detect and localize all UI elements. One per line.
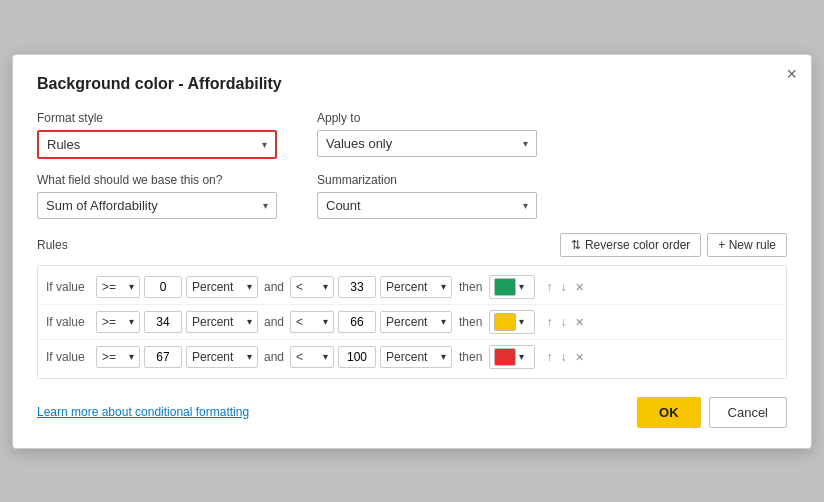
arrow-up-1[interactable]: ↑ [543, 313, 555, 331]
arrow-down-0[interactable]: ↓ [557, 278, 569, 296]
op1-chevron-2: ▾ [129, 351, 134, 362]
apply-to-value: Values only [326, 136, 392, 151]
op1-chevron-0: ▾ [129, 281, 134, 292]
type1-select-2[interactable]: Percent ▾ [186, 346, 258, 368]
type1-value-0: Percent [192, 280, 233, 294]
table-row: If value >= ▾ Percent ▾ and < ▾ Percent … [38, 305, 786, 340]
op2-chevron-1: ▾ [323, 316, 328, 327]
summarization-value: Count [326, 198, 361, 213]
footer-buttons: OK Cancel [637, 397, 787, 428]
type1-chevron-2: ▾ [247, 351, 252, 362]
type2-select-1[interactable]: Percent ▾ [380, 311, 452, 333]
op2-value-2: < [296, 350, 303, 364]
arrow-down-2[interactable]: ↓ [557, 348, 569, 366]
rule-arrows-1: ↑ ↓ × [543, 313, 587, 331]
type2-value-0: Percent [386, 280, 427, 294]
format-style-value: Rules [47, 137, 80, 152]
field-select[interactable]: Sum of Affordability ▾ [37, 192, 277, 219]
cancel-button[interactable]: Cancel [709, 397, 787, 428]
type2-chevron-2: ▾ [441, 351, 446, 362]
dialog-footer: Learn more about conditional formatting … [37, 397, 787, 428]
color-chevron-2: ▾ [519, 351, 524, 362]
val2-input-0[interactable] [338, 276, 376, 298]
color-chevron-0: ▾ [519, 281, 524, 292]
arrow-up-2[interactable]: ↑ [543, 348, 555, 366]
type2-value-2: Percent [386, 350, 427, 364]
rules-table: If value >= ▾ Percent ▾ and < ▾ Percent … [37, 265, 787, 379]
format-style-label: Format style [37, 111, 277, 125]
type1-value-1: Percent [192, 315, 233, 329]
val1-input-2[interactable] [144, 346, 182, 368]
op1-select-0[interactable]: >= ▾ [96, 276, 140, 298]
type1-value-2: Percent [192, 350, 233, 364]
apply-to-select[interactable]: Values only ▾ [317, 130, 537, 157]
val1-input-0[interactable] [144, 276, 182, 298]
format-style-select[interactable]: Rules ▾ [37, 130, 277, 159]
op2-select-1[interactable]: < ▾ [290, 311, 334, 333]
val1-input-1[interactable] [144, 311, 182, 333]
delete-rule-1[interactable]: × [571, 313, 587, 331]
dialog-title: Background color - Affordability [37, 75, 787, 93]
type1-chevron-0: ▾ [247, 281, 252, 292]
field-value: Sum of Affordability [46, 198, 158, 213]
type2-value-1: Percent [386, 315, 427, 329]
op2-select-0[interactable]: < ▾ [290, 276, 334, 298]
color-chevron-1: ▾ [519, 316, 524, 327]
op2-value-0: < [296, 280, 303, 294]
type1-chevron-1: ▾ [247, 316, 252, 327]
rules-actions: ⇅ Reverse color order + New rule [560, 233, 787, 257]
apply-to-label: Apply to [317, 111, 537, 125]
if-label-2: If value [46, 350, 92, 364]
rule-arrows-2: ↑ ↓ × [543, 348, 587, 366]
reverse-color-order-label: Reverse color order [585, 238, 690, 252]
arrow-up-0[interactable]: ↑ [543, 278, 555, 296]
and-label-2: and [264, 350, 284, 364]
new-rule-label: + New rule [718, 238, 776, 252]
delete-rule-0[interactable]: × [571, 278, 587, 296]
delete-rule-2[interactable]: × [571, 348, 587, 366]
if-label-0: If value [46, 280, 92, 294]
field-chevron: ▾ [263, 200, 268, 211]
type2-select-2[interactable]: Percent ▾ [380, 346, 452, 368]
summarization-label: Summarization [317, 173, 537, 187]
op1-select-1[interactable]: >= ▾ [96, 311, 140, 333]
color-select-2[interactable]: ▾ [489, 345, 535, 369]
if-label-1: If value [46, 315, 92, 329]
field-label: What field should we base this on? [37, 173, 277, 187]
type2-chevron-0: ▾ [441, 281, 446, 292]
format-style-chevron: ▾ [262, 139, 267, 150]
type1-select-0[interactable]: Percent ▾ [186, 276, 258, 298]
op1-value-2: >= [102, 350, 116, 364]
op1-select-2[interactable]: >= ▾ [96, 346, 140, 368]
apply-to-chevron: ▾ [523, 138, 528, 149]
summarization-select[interactable]: Count ▾ [317, 192, 537, 219]
type2-chevron-1: ▾ [441, 316, 446, 327]
reverse-color-order-button[interactable]: ⇅ Reverse color order [560, 233, 701, 257]
new-rule-button[interactable]: + New rule [707, 233, 787, 257]
color-swatch-0 [494, 278, 516, 296]
then-label-1: then [459, 315, 482, 329]
op2-select-2[interactable]: < ▾ [290, 346, 334, 368]
learn-more-link[interactable]: Learn more about conditional formatting [37, 405, 249, 419]
reverse-icon: ⇅ [571, 238, 581, 252]
ok-button[interactable]: OK [637, 397, 701, 428]
val2-input-1[interactable] [338, 311, 376, 333]
type1-select-1[interactable]: Percent ▾ [186, 311, 258, 333]
then-label-2: then [459, 350, 482, 364]
color-select-0[interactable]: ▾ [489, 275, 535, 299]
val2-input-2[interactable] [338, 346, 376, 368]
then-label-0: then [459, 280, 482, 294]
op1-value-0: >= [102, 280, 116, 294]
op1-chevron-1: ▾ [129, 316, 134, 327]
arrow-down-1[interactable]: ↓ [557, 313, 569, 331]
op2-chevron-2: ▾ [323, 351, 328, 362]
close-button[interactable]: × [786, 65, 797, 83]
and-label-1: and [264, 315, 284, 329]
color-select-1[interactable]: ▾ [489, 310, 535, 334]
table-row: If value >= ▾ Percent ▾ and < ▾ Percent … [38, 270, 786, 305]
and-label-0: and [264, 280, 284, 294]
type2-select-0[interactable]: Percent ▾ [380, 276, 452, 298]
color-swatch-2 [494, 348, 516, 366]
rules-label: Rules [37, 238, 68, 252]
table-row: If value >= ▾ Percent ▾ and < ▾ Percent … [38, 340, 786, 374]
